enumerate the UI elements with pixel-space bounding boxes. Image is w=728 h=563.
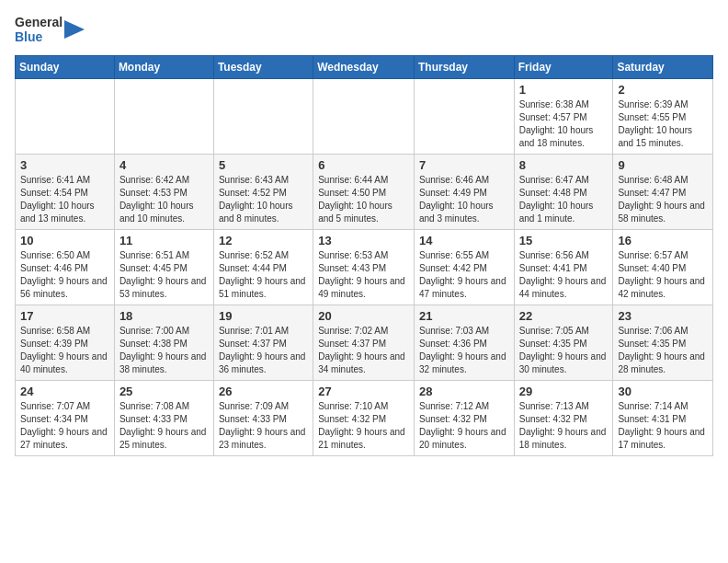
day-number: 4 [119,158,209,172]
calendar-cell [213,79,313,155]
day-number: 20 [318,309,409,323]
calendar-week-row: 24Sunrise: 7:07 AM Sunset: 4:34 PM Dayli… [16,381,713,456]
day-info: Sunrise: 6:52 AM Sunset: 4:44 PM Dayligh… [219,249,308,301]
day-info: Sunrise: 6:58 AM Sunset: 4:39 PM Dayligh… [20,325,109,376]
calendar-cell: 18Sunrise: 7:00 AM Sunset: 4:38 PM Dayli… [114,305,213,381]
day-number: 10 [20,234,109,247]
calendar-cell: 1Sunrise: 6:38 AM Sunset: 4:57 PM Daylig… [514,79,613,155]
day-number: 26 [219,385,308,398]
day-number: 6 [318,158,409,172]
day-info: Sunrise: 6:39 AM Sunset: 4:55 PM Dayligh… [618,98,708,150]
day-number: 2 [618,83,708,97]
logo-general-text: General [15,15,63,29]
day-number: 23 [618,309,708,323]
day-info: Sunrise: 6:57 AM Sunset: 4:40 PM Dayligh… [618,249,708,301]
calendar-cell: 8Sunrise: 6:47 AM Sunset: 4:48 PM Daylig… [514,155,613,230]
day-number: 5 [219,158,308,172]
day-info: Sunrise: 6:42 AM Sunset: 4:53 PM Dayligh… [119,174,209,225]
day-info: Sunrise: 7:01 AM Sunset: 4:37 PM Dayligh… [219,325,308,376]
calendar-cell: 4Sunrise: 6:42 AM Sunset: 4:53 PM Daylig… [114,155,213,230]
day-number: 3 [20,158,109,172]
day-info: Sunrise: 7:08 AM Sunset: 4:33 PM Dayligh… [119,400,209,452]
calendar-cell [16,79,115,155]
day-info: Sunrise: 7:12 AM Sunset: 4:32 PM Dayligh… [419,400,509,452]
day-number: 21 [419,309,509,323]
calendar-cell: 28Sunrise: 7:12 AM Sunset: 4:32 PM Dayli… [414,381,514,456]
calendar-week-row: 1Sunrise: 6:38 AM Sunset: 4:57 PM Daylig… [16,79,713,155]
calendar-header-row: SundayMondayTuesdayWednesdayThursdayFrid… [16,56,713,79]
calendar-cell: 17Sunrise: 6:58 AM Sunset: 4:39 PM Dayli… [16,305,115,381]
day-info: Sunrise: 6:41 AM Sunset: 4:54 PM Dayligh… [20,174,109,225]
day-number: 30 [618,385,708,398]
day-info: Sunrise: 7:13 AM Sunset: 4:32 PM Dayligh… [519,400,609,452]
calendar-cell: 7Sunrise: 6:46 AM Sunset: 4:49 PM Daylig… [414,155,514,230]
weekday-header: Saturday [613,56,713,79]
weekday-header: Monday [114,56,213,79]
calendar-cell: 24Sunrise: 7:07 AM Sunset: 4:34 PM Dayli… [16,381,115,456]
calendar-cell: 11Sunrise: 6:51 AM Sunset: 4:45 PM Dayli… [114,230,213,305]
calendar-cell [313,79,415,155]
day-number: 1 [519,83,609,97]
day-info: Sunrise: 7:06 AM Sunset: 4:35 PM Dayligh… [618,325,708,376]
calendar-cell: 13Sunrise: 6:53 AM Sunset: 4:43 PM Dayli… [313,230,415,305]
day-info: Sunrise: 6:50 AM Sunset: 4:46 PM Dayligh… [20,249,109,301]
day-info: Sunrise: 7:14 AM Sunset: 4:31 PM Dayligh… [618,400,708,452]
calendar-cell: 3Sunrise: 6:41 AM Sunset: 4:54 PM Daylig… [16,155,115,230]
day-number: 14 [419,234,509,247]
day-number: 27 [318,385,409,398]
calendar-cell: 14Sunrise: 6:55 AM Sunset: 4:42 PM Dayli… [414,230,514,305]
day-info: Sunrise: 6:43 AM Sunset: 4:52 PM Dayligh… [219,174,308,225]
day-info: Sunrise: 6:47 AM Sunset: 4:48 PM Dayligh… [519,174,609,225]
calendar-cell: 5Sunrise: 6:43 AM Sunset: 4:52 PM Daylig… [213,155,313,230]
day-number: 13 [318,234,409,247]
day-number: 9 [618,158,708,172]
day-number: 15 [519,234,609,247]
day-number: 18 [119,309,209,323]
logo-blue-text: Blue [15,29,63,44]
day-info: Sunrise: 6:55 AM Sunset: 4:42 PM Dayligh… [419,249,509,301]
day-number: 12 [219,234,308,247]
calendar-cell: 30Sunrise: 7:14 AM Sunset: 4:31 PM Dayli… [613,381,713,456]
day-number: 28 [419,385,509,398]
day-number: 7 [419,158,509,172]
day-info: Sunrise: 6:51 AM Sunset: 4:45 PM Dayligh… [119,249,209,301]
calendar-week-row: 3Sunrise: 6:41 AM Sunset: 4:54 PM Daylig… [16,155,713,230]
day-number: 16 [618,234,708,247]
calendar-cell: 16Sunrise: 6:57 AM Sunset: 4:40 PM Dayli… [613,230,713,305]
day-info: Sunrise: 7:05 AM Sunset: 4:35 PM Dayligh… [519,325,609,376]
calendar-week-row: 17Sunrise: 6:58 AM Sunset: 4:39 PM Dayli… [16,305,713,381]
day-info: Sunrise: 6:48 AM Sunset: 4:47 PM Dayligh… [618,174,708,225]
calendar-cell: 12Sunrise: 6:52 AM Sunset: 4:44 PM Dayli… [213,230,313,305]
day-number: 24 [20,385,109,398]
day-info: Sunrise: 7:00 AM Sunset: 4:38 PM Dayligh… [119,325,209,376]
calendar-cell: 27Sunrise: 7:10 AM Sunset: 4:32 PM Dayli… [313,381,415,456]
weekday-header: Thursday [414,56,514,79]
day-number: 29 [519,385,609,398]
day-info: Sunrise: 7:03 AM Sunset: 4:36 PM Dayligh… [419,325,509,376]
day-number: 19 [219,309,308,323]
day-info: Sunrise: 7:09 AM Sunset: 4:33 PM Dayligh… [219,400,308,452]
calendar-cell: 2Sunrise: 6:39 AM Sunset: 4:55 PM Daylig… [613,79,713,155]
calendar-cell: 22Sunrise: 7:05 AM Sunset: 4:35 PM Dayli… [514,305,613,381]
weekday-header: Sunday [16,56,115,79]
calendar-cell: 21Sunrise: 7:03 AM Sunset: 4:36 PM Dayli… [414,305,514,381]
calendar-week-row: 10Sunrise: 6:50 AM Sunset: 4:46 PM Dayli… [16,230,713,305]
day-info: Sunrise: 6:46 AM Sunset: 4:49 PM Dayligh… [419,174,509,225]
day-info: Sunrise: 6:38 AM Sunset: 4:57 PM Dayligh… [519,98,609,150]
page-header: General Blue [15,15,713,44]
svg-marker-0 [64,20,85,39]
calendar-cell: 6Sunrise: 6:44 AM Sunset: 4:50 PM Daylig… [313,155,415,230]
day-info: Sunrise: 7:10 AM Sunset: 4:32 PM Dayligh… [318,400,409,452]
day-info: Sunrise: 7:07 AM Sunset: 4:34 PM Dayligh… [20,400,109,452]
calendar-table: SundayMondayTuesdayWednesdayThursdayFrid… [15,55,713,456]
logo-arrow-icon [64,17,85,42]
calendar-cell: 10Sunrise: 6:50 AM Sunset: 4:46 PM Dayli… [16,230,115,305]
weekday-header: Tuesday [213,56,313,79]
day-info: Sunrise: 6:44 AM Sunset: 4:50 PM Dayligh… [318,174,409,225]
calendar-cell: 25Sunrise: 7:08 AM Sunset: 4:33 PM Dayli… [114,381,213,456]
logo: General Blue [15,15,85,44]
day-info: Sunrise: 7:02 AM Sunset: 4:37 PM Dayligh… [318,325,409,376]
calendar-cell: 29Sunrise: 7:13 AM Sunset: 4:32 PM Dayli… [514,381,613,456]
calendar-cell: 15Sunrise: 6:56 AM Sunset: 4:41 PM Dayli… [514,230,613,305]
calendar-cell: 23Sunrise: 7:06 AM Sunset: 4:35 PM Dayli… [613,305,713,381]
